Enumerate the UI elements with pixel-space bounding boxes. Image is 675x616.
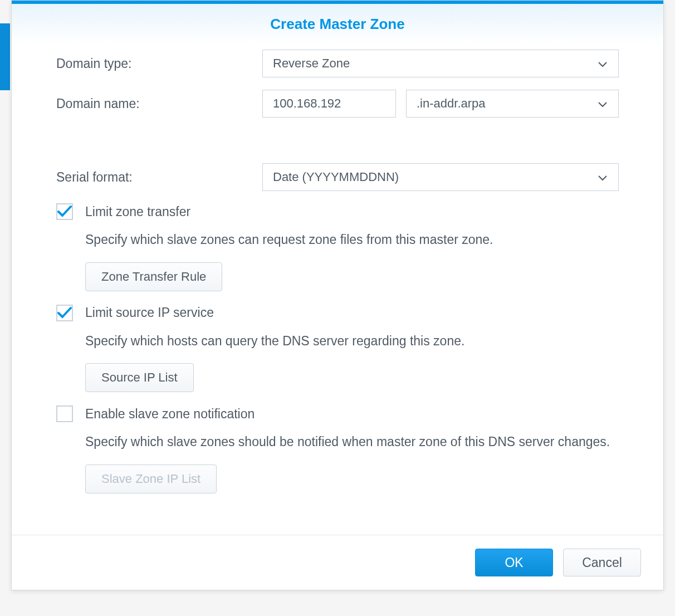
cancel-button[interactable]: Cancel	[563, 549, 641, 576]
slave-zone-ip-list-button: Slave Zone IP List	[85, 465, 217, 493]
domain-suffix-select[interactable]: .in-addr.arpa	[406, 90, 619, 118]
chevron-down-icon	[598, 170, 607, 184]
limit-zone-transfer-help: Specify which slave zones can request zo…	[85, 230, 619, 250]
spacer	[56, 130, 619, 163]
limit-zone-transfer-row: Limit zone transfer	[56, 203, 619, 220]
limit-source-ip-help: Specify which hosts can query the DNS se…	[85, 331, 619, 351]
limit-zone-transfer-checkbox[interactable]	[56, 203, 73, 220]
domain-name-row: Domain name: .in-addr.arpa	[56, 90, 619, 118]
sidebar-selection-indicator	[0, 23, 10, 90]
zone-transfer-rule-button[interactable]: Zone Transfer Rule	[85, 262, 222, 291]
domain-type-row: Domain type: Reverse Zone	[56, 50, 619, 77]
dialog-body: Domain type: Reverse Zone Domain name: .…	[12, 44, 663, 518]
ok-button[interactable]: OK	[475, 549, 553, 576]
domain-name-group: .in-addr.arpa	[262, 90, 619, 118]
enable-slave-notification-checkbox[interactable]	[56, 405, 73, 422]
chevron-down-icon	[598, 56, 607, 71]
serial-format-select[interactable]: Date (YYYYMMDDNN)	[262, 163, 619, 191]
limit-zone-transfer-label: Limit zone transfer	[85, 204, 190, 219]
dialog-header: Create Master Zone	[12, 4, 663, 44]
domain-type-label: Domain type:	[56, 56, 262, 71]
create-master-zone-dialog: Create Master Zone Domain type: Reverse …	[11, 0, 664, 590]
domain-type-select[interactable]: Reverse Zone	[262, 50, 619, 77]
enable-slave-notification-label: Enable slave zone notification	[85, 407, 255, 422]
dialog-footer: OK Cancel	[12, 535, 663, 590]
serial-format-label: Serial format:	[56, 170, 262, 185]
source-ip-list-button[interactable]: Source IP List	[85, 363, 194, 392]
domain-name-input[interactable]	[262, 90, 396, 118]
enable-slave-notification-help: Specify which slave zones should be noti…	[85, 432, 619, 452]
limit-source-ip-checkbox[interactable]	[56, 305, 73, 321]
limit-source-ip-label: Limit source IP service	[85, 305, 214, 320]
chevron-down-icon	[598, 96, 607, 111]
domain-type-value: Reverse Zone	[273, 56, 350, 71]
serial-format-value: Date (YYYYMMDDNN)	[273, 170, 399, 184]
domain-suffix-value: .in-addr.arpa	[417, 96, 486, 111]
serial-format-row: Serial format: Date (YYYYMMDDNN)	[56, 163, 619, 191]
enable-slave-notification-row: Enable slave zone notification	[56, 405, 619, 422]
domain-name-label: Domain name:	[56, 96, 262, 111]
dialog-title: Create Master Zone	[270, 16, 404, 33]
limit-source-ip-row: Limit source IP service	[56, 305, 619, 321]
